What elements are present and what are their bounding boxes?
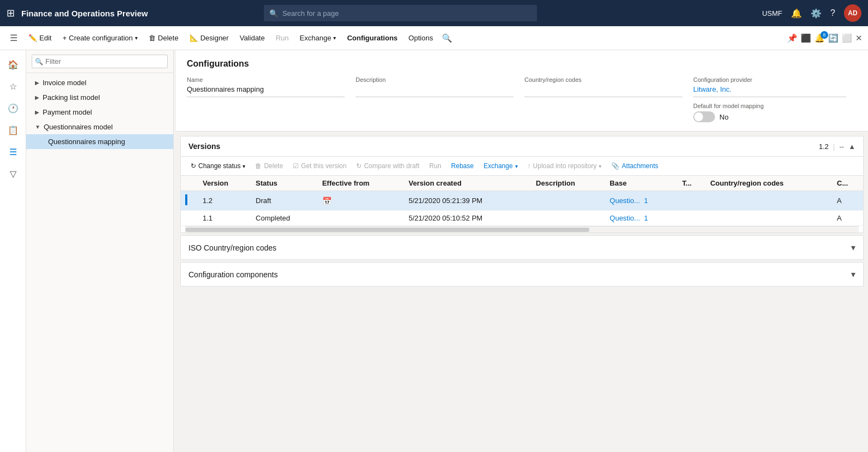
versions-delete-button[interactable]: 🗑 Delete	[251, 160, 287, 172]
grid-icon[interactable]: ⊞	[7, 7, 15, 19]
list-icon[interactable]: ☰	[3, 142, 23, 162]
attachments-button[interactable]: 📎 Attachments	[607, 160, 663, 172]
country-field: Country/region codes	[524, 76, 693, 122]
filter-icon[interactable]: ▽	[3, 164, 23, 183]
collapse-icon[interactable]: ▲	[848, 142, 855, 151]
upload-into-repository-button[interactable]: ↑ Upload into repository ▾	[523, 160, 606, 172]
exchange-version-button[interactable]: Exchange ▾	[479, 160, 522, 172]
options-button[interactable]: Options	[404, 32, 438, 44]
iso-collapse-header[interactable]: ISO Country/region codes ▾	[181, 236, 863, 259]
designer-icon: 📐	[190, 34, 198, 42]
versions-meta: 1.2 | -- ▲	[819, 142, 855, 151]
versions-section: Versions 1.2 | -- ▲ ↻ Change status ▾ 🗑 …	[180, 136, 864, 233]
nav-item-invoice-model[interactable]: ▶ Invoice model	[26, 75, 173, 90]
delete-icon: 🗑	[255, 162, 262, 170]
create-configuration-button[interactable]: + Create configuration ▾	[58, 32, 142, 44]
row-c: A	[832, 211, 863, 226]
versions-table-container: Version Status Effective from Version cr…	[181, 176, 863, 226]
row-description	[532, 191, 605, 211]
row-base: Questio... 1	[605, 211, 678, 226]
table-row[interactable]: 1.1 Completed 5/21/2020 05:10:52 PM Ques…	[181, 211, 863, 226]
config-components-chevron-icon: ▾	[851, 269, 855, 279]
name-value[interactable]: Questionnaires mapping	[187, 85, 345, 97]
sidebar-icons: 🏠 ☆ 🕐 📋 ☰ ▽	[0, 50, 26, 452]
versions-sep: |	[833, 142, 835, 151]
search-box: 🔍	[264, 5, 537, 21]
exchange-button[interactable]: Exchange ▾	[296, 32, 341, 44]
nav-item-payment-model[interactable]: ▶ Payment model	[26, 105, 173, 120]
plus-icon: +	[62, 34, 67, 42]
edit-icon: ✏️	[28, 34, 37, 42]
nav-item-packing-list-model[interactable]: ▶ Packing list model	[26, 90, 173, 105]
top-bar-right: USMF 🔔 ⚙️ ? AD	[762, 4, 861, 22]
description-value	[356, 85, 513, 97]
col-header-effective-from[interactable]: Effective from	[318, 176, 404, 191]
col-header-version[interactable]: Version	[198, 176, 251, 191]
popout-icon[interactable]: ⬜	[842, 33, 852, 43]
config-components-collapse-header[interactable]: Configuration components ▾	[181, 263, 863, 286]
pin-icon[interactable]: 📌	[787, 33, 798, 43]
validate-button[interactable]: Validate	[235, 32, 269, 44]
col-header-base[interactable]: Base	[605, 176, 678, 191]
col-header-status[interactable]: Status	[251, 176, 318, 191]
versions-toolbar: ↻ Change status ▾ 🗑 Delete ☑ Get this ve…	[181, 157, 863, 176]
refresh-icon[interactable]: 🔄	[828, 33, 839, 43]
config-components-section: Configuration components ▾	[180, 262, 864, 287]
col-header-t[interactable]: T...	[678, 176, 706, 191]
app-title: Finance and Operations Preview	[21, 9, 148, 18]
row-t	[678, 191, 706, 211]
change-status-icon: ↻	[191, 162, 196, 170]
exchange-chevron-icon: ▾	[515, 163, 518, 169]
cmd-right-icons: 📌 ⬛ 🔔 8 🔄 ⬜ ✕	[787, 33, 863, 43]
compare-with-draft-button[interactable]: ↻ Compare with draft	[352, 160, 423, 172]
chevron-down-icon: ▾	[135, 35, 138, 41]
default-mapping-row: Default for model mapping No	[693, 103, 846, 122]
nav-filter-input[interactable]	[32, 55, 168, 68]
split-icon[interactable]: ⬛	[801, 33, 811, 43]
close-icon[interactable]: ✕	[855, 33, 863, 43]
col-header-c[interactable]: C...	[832, 176, 863, 191]
search-input[interactable]	[282, 9, 532, 17]
iso-title: ISO Country/region codes	[188, 243, 276, 252]
horizontal-scrollbar[interactable]	[185, 226, 859, 233]
avatar[interactable]: AD	[844, 4, 861, 22]
change-status-button[interactable]: ↻ Change status ▾	[186, 160, 250, 172]
nav-item-questionnaires-mapping[interactable]: Questionnaires mapping	[26, 134, 173, 149]
configurations-button[interactable]: Configurations	[343, 32, 401, 44]
name-label: Name	[187, 76, 345, 83]
row-effective-from: 📅	[318, 191, 404, 211]
description-label: Description	[356, 76, 513, 83]
hamburger-icon[interactable]: ☰	[5, 31, 22, 45]
col-header-r[interactable]	[181, 176, 198, 191]
provider-label: Configuration provider	[693, 76, 846, 83]
workspace-icon[interactable]: 📋	[3, 120, 23, 140]
designer-button[interactable]: 📐 Designer	[185, 32, 233, 44]
table-row[interactable]: 1.2 Draft 📅 5/21/2020 05:21:39 PM Questi…	[181, 191, 863, 211]
get-this-version-button[interactable]: ☑ Get this version	[288, 160, 351, 172]
run-version-button[interactable]: Run	[425, 160, 446, 172]
nav-item-questionnaires-model[interactable]: ▼ Questionnaires model	[26, 120, 173, 134]
upload-icon: ↑	[528, 162, 531, 170]
default-mapping-toggle[interactable]	[693, 111, 715, 122]
attachment-icon: 📎	[611, 162, 619, 170]
recent-icon[interactable]: 🕐	[3, 98, 23, 118]
help-icon[interactable]: ?	[830, 8, 835, 18]
search-icon: 🔍	[269, 9, 278, 17]
row-version-created: 5/21/2020 05:21:39 PM	[404, 191, 532, 211]
settings-icon[interactable]: ⚙️	[811, 8, 822, 19]
home-icon[interactable]: 🏠	[3, 55, 23, 74]
row-effective-from	[318, 211, 404, 226]
notification-icon[interactable]: 🔔	[791, 8, 802, 19]
rebase-button[interactable]: Rebase	[447, 160, 478, 172]
edit-button[interactable]: ✏️ Edit	[24, 32, 56, 44]
delete-button[interactable]: 🗑 Delete	[144, 32, 183, 44]
top-bar: ⊞ Finance and Operations Preview 🔍 USMF …	[0, 0, 868, 26]
col-header-version-created[interactable]: Version created	[404, 176, 532, 191]
provider-value[interactable]: Litware, Inc.	[693, 85, 846, 97]
favorites-icon[interactable]: ☆	[3, 76, 23, 96]
content-area: Configurations Name Questionnaires mappi…	[176, 50, 868, 452]
run-button[interactable]: Run	[271, 32, 293, 44]
col-header-description[interactable]: Description	[532, 176, 605, 191]
col-header-country[interactable]: Country/region codes	[706, 176, 832, 191]
search-cmd-icon[interactable]: 🔍	[442, 33, 452, 43]
